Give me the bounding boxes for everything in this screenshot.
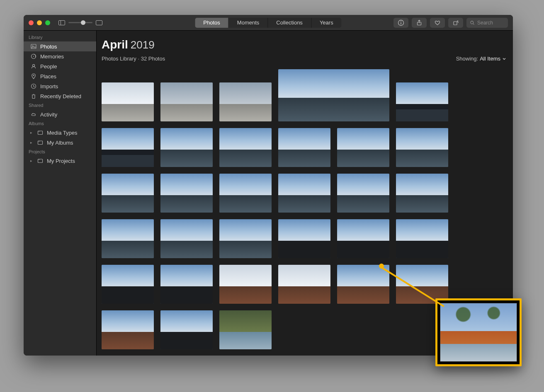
callout-thumbnail [440, 303, 517, 362]
sidebar-header-projects: Projects [24, 148, 96, 156]
photo-thumbnail[interactable] [396, 128, 448, 167]
photo-thumbnail[interactable] [102, 219, 154, 258]
photos-icon [30, 43, 37, 50]
library-subtitle: Photos Library · 32 Photos [102, 56, 165, 62]
sidebar-item-my-albums[interactable]: ▸My Albums [24, 138, 96, 148]
showing-value: All Items [480, 56, 500, 62]
photo-thumbnail[interactable] [337, 174, 389, 213]
svg-point-10 [32, 64, 34, 66]
svg-rect-18 [38, 159, 40, 160]
showing-label: Showing: [456, 56, 478, 62]
sidebar-toggle-icon[interactable] [58, 20, 65, 25]
photo-thumbnail[interactable] [219, 128, 272, 167]
tab-years[interactable]: Years [311, 18, 342, 28]
photo-thumbnail[interactable] [160, 128, 213, 167]
window-controls [29, 20, 50, 25]
tab-photos[interactable]: Photos [195, 18, 228, 28]
callout-anchor-dot [379, 264, 384, 269]
photo-thumbnail[interactable] [102, 174, 154, 213]
places-icon [30, 73, 37, 80]
folder-icon [37, 139, 44, 146]
folder-icon [37, 157, 44, 164]
photo-thumbnail[interactable] [337, 219, 389, 258]
photo-thumbnail[interactable] [160, 219, 213, 258]
header-month: April [102, 38, 128, 51]
header-year: 2019 [131, 39, 155, 51]
svg-point-9 [33, 56, 34, 57]
photo-thumbnail[interactable] [278, 219, 330, 258]
svg-point-2 [401, 21, 401, 22]
favorite-button[interactable] [430, 18, 445, 28]
info-button[interactable] [393, 18, 408, 28]
toolbar-right-group: Search [393, 18, 508, 28]
sidebar-item-label: Places [40, 73, 56, 80]
svg-rect-1 [401, 22, 401, 24]
svg-point-11 [33, 75, 34, 76]
disclosure-triangle-icon[interactable]: ▸ [30, 140, 34, 145]
sidebar-item-label: Recently Deleted [40, 93, 81, 99]
zoom-slider-knob[interactable] [81, 20, 85, 25]
filter-icon[interactable] [96, 20, 102, 25]
rotate-button[interactable] [448, 18, 463, 28]
photo-thumbnail[interactable] [219, 310, 272, 349]
sidebar-header-albums: Albums [24, 119, 96, 128]
callout-zoom-box [435, 298, 522, 366]
view-segmented-control: PhotosMomentsCollectionsYears [195, 18, 341, 28]
photo-thumbnail[interactable] [102, 82, 154, 121]
sidebar-item-label: Memories [40, 53, 64, 60]
sidebar-item-people[interactable]: People [24, 61, 96, 71]
share-button[interactable] [412, 18, 427, 28]
showing-filter[interactable]: Showing: All Items [456, 56, 506, 62]
photo-thumbnail[interactable] [278, 174, 330, 213]
disclosure-triangle-icon[interactable]: ▸ [30, 159, 34, 163]
minimize-button[interactable] [37, 20, 42, 25]
photo-thumbnail[interactable] [102, 128, 154, 167]
disclosure-triangle-icon[interactable]: ▸ [30, 131, 34, 135]
chevron-down-icon [502, 57, 506, 61]
photo-thumbnail[interactable] [278, 128, 330, 167]
titlebar: PhotosMomentsCollectionsYears Search [24, 15, 513, 31]
section-header: April 2019 [102, 38, 506, 51]
photo-thumbnail[interactable] [337, 128, 389, 167]
sidebar-item-media-types[interactable]: ▸Media Types [24, 128, 96, 138]
photo-thumbnail[interactable] [396, 219, 448, 258]
photo-thumbnail[interactable] [219, 219, 272, 258]
photo-thumbnail[interactable] [219, 82, 272, 121]
sidebar-item-imports[interactable]: Imports [24, 81, 96, 91]
photo-thumbnail[interactable] [102, 265, 154, 304]
photo-thumbnail[interactable] [219, 174, 272, 213]
sidebar-item-label: My Albums [47, 140, 73, 146]
photo-thumbnail[interactable] [160, 310, 213, 349]
photo-thumbnail[interactable] [160, 82, 213, 121]
tab-collections[interactable]: Collections [268, 18, 311, 28]
sidebar-item-places[interactable]: Places [24, 71, 96, 81]
svg-rect-14 [38, 131, 40, 132]
thumbnail-zoom-slider[interactable] [68, 22, 92, 23]
sidebar-header-library: Library [24, 33, 96, 41]
sidebar-item-memories[interactable]: Memories [24, 51, 96, 61]
search-icon [470, 20, 475, 25]
close-button[interactable] [29, 20, 34, 25]
sidebar-item-label: Imports [40, 83, 58, 90]
photo-thumbnail[interactable] [396, 265, 448, 304]
sidebar-item-recently-deleted[interactable]: Recently Deleted [24, 91, 96, 101]
svg-rect-4 [454, 22, 457, 25]
photo-thumbnail[interactable] [278, 69, 389, 121]
section-subhead: Photos Library · 32 Photos Showing: All … [102, 56, 506, 62]
photo-thumbnail[interactable] [278, 265, 330, 304]
sidebar-item-my-projects[interactable]: ▸My Projects [24, 156, 96, 166]
photo-thumbnail[interactable] [160, 174, 213, 213]
photo-thumbnail[interactable] [102, 310, 154, 349]
memories-icon [30, 53, 37, 60]
sidebar-item-activity[interactable]: Activity [24, 109, 96, 119]
search-field[interactable]: Search [466, 18, 508, 28]
photo-thumbnail[interactable] [219, 265, 272, 304]
photo-thumbnail[interactable] [396, 174, 448, 213]
photo-thumbnail[interactable] [160, 265, 213, 304]
sidebar-item-photos[interactable]: Photos [24, 41, 96, 51]
photo-thumbnail[interactable] [396, 82, 448, 121]
folder-icon [37, 129, 44, 136]
fullscreen-button[interactable] [45, 20, 50, 25]
photo-thumbnail[interactable] [337, 265, 389, 304]
tab-moments[interactable]: Moments [229, 18, 268, 28]
